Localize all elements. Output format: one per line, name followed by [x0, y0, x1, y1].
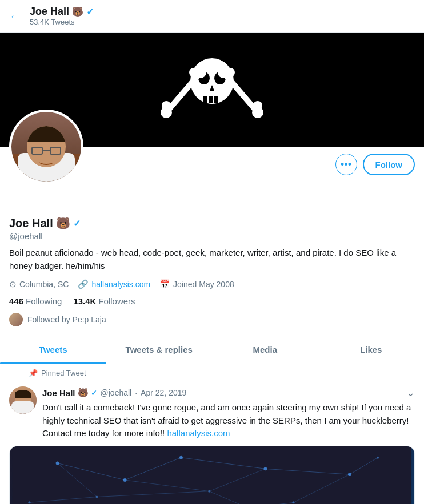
avatar — [9, 110, 83, 184]
top-bar-info: Joe Hall 🐻 ✓ 53.4K Tweets — [30, 6, 94, 26]
location-icon: ⊙ — [9, 279, 17, 289]
pinned-label: 📌 Pinned Tweet — [0, 364, 424, 380]
tweet-date: Apr 22, 2019 — [141, 388, 186, 397]
stats-row: 446 Following 13.4K Followers — [9, 296, 415, 306]
profile-info: Joe Hall 🐻 ✓ @joehall Boil peanut aficio… — [0, 182, 424, 326]
tweet-dropdown-button[interactable]: ⌄ — [406, 386, 415, 399]
svg-point-10 — [162, 101, 171, 110]
website-meta[interactable]: 🔗 hallanalysis.com — [78, 279, 150, 289]
verified-badge-icon: ✓ — [86, 6, 94, 17]
tweet-author-bear-emoji-icon: 🐻 — [78, 388, 89, 398]
link-icon: 🔗 — [78, 279, 89, 289]
followers-count: 13.4K — [73, 296, 96, 306]
bio-text: Boil peanut aficionado - web head, code-… — [9, 247, 415, 272]
top-bar-display-name: Joe Hall — [30, 6, 69, 18]
bear-emoji-icon: 🐻 — [72, 6, 83, 17]
tabs: Tweets Tweets & replies Media Likes — [0, 336, 424, 364]
more-options-button[interactable]: ••• — [335, 154, 357, 175]
tweet-card-network-svg — [10, 446, 414, 505]
tweet-handle: @joehall — [101, 388, 132, 397]
followers-label: Followers — [98, 296, 135, 306]
tweet-header: Joe Hall 🐻 ✓ @joehall · Apr 22, 2019 ⌄ D… — [9, 386, 415, 446]
top-bar-name: Joe Hall 🐻 ✓ — [30, 6, 94, 18]
tab-likes[interactable]: Likes — [318, 336, 425, 364]
pinned-tweet: Joe Hall 🐻 ✓ @joehall · Apr 22, 2019 ⌄ D… — [0, 380, 424, 504]
tweet-meta: Joe Hall 🐻 ✓ @joehall · Apr 22, 2019 ⌄ — [42, 386, 415, 399]
website-link[interactable]: hallanalysis.com — [91, 280, 150, 289]
top-bar-tweets-count: 53.4K Tweets — [30, 18, 94, 26]
joined-text: Joined May 2008 — [173, 280, 234, 289]
tweet-avatar[interactable] — [9, 386, 37, 414]
profile-bear-emoji-icon: 🐻 — [56, 216, 70, 230]
followed-by-text: Followed by Pe:p Laja — [27, 315, 106, 324]
tweet-author-name-text: Joe Hall — [42, 388, 75, 398]
followed-by-avatar — [9, 313, 23, 326]
profile-verified-badge-icon: ✓ — [73, 218, 81, 229]
svg-point-15 — [253, 101, 262, 110]
tab-media[interactable]: Media — [212, 336, 318, 364]
pin-icon: 📌 — [29, 369, 38, 377]
display-name: Joe Hall 🐻 ✓ — [9, 216, 415, 230]
tab-tweets[interactable]: Tweets — [0, 336, 106, 364]
tweet-card-image — [9, 446, 415, 505]
location-meta: ⊙ Columbia, SC — [9, 279, 69, 289]
tweet-dot: · — [135, 388, 137, 397]
location-text: Columbia, SC — [19, 280, 69, 289]
followed-by: Followed by Pe:p Laja — [9, 313, 415, 326]
tab-tweets-replies[interactable]: Tweets & replies — [106, 336, 213, 364]
svg-point-17 — [226, 68, 235, 77]
banner-skull-svg — [155, 44, 269, 135]
svg-rect-6 — [209, 96, 213, 103]
display-name-text: Joe Hall — [9, 217, 53, 230]
meta-info: ⊙ Columbia, SC 🔗 hallanalysis.com 📅 Join… — [9, 279, 415, 289]
username: @joehall — [9, 231, 415, 241]
pinned-label-text: Pinned Tweet — [41, 369, 86, 377]
follow-button[interactable]: Follow — [363, 154, 415, 175]
joined-meta: 📅 Joined May 2008 — [159, 279, 234, 289]
svg-point-12 — [189, 68, 198, 77]
tweet-author-name: Joe Hall 🐻 ✓ — [42, 388, 97, 398]
following-count: 446 — [9, 296, 23, 306]
tweet-text: Don't call it a comeback! I've gone rogu… — [42, 401, 415, 440]
back-button[interactable]: ← — [9, 10, 21, 23]
followers-stat[interactable]: 13.4K Followers — [73, 296, 135, 306]
profile-section: ••• Follow — [0, 147, 424, 182]
svg-rect-7 — [214, 96, 218, 103]
top-bar: ← Joe Hall 🐻 ✓ 53.4K Tweets — [0, 0, 424, 33]
following-label: Following — [26, 296, 62, 306]
calendar-icon: 📅 — [159, 279, 170, 289]
svg-rect-18 — [13, 446, 411, 505]
following-stat[interactable]: 446 Following — [9, 296, 62, 306]
svg-rect-5 — [203, 96, 207, 103]
tweet-content: Joe Hall 🐻 ✓ @joehall · Apr 22, 2019 ⌄ D… — [42, 386, 415, 446]
tweet-verified-badge-icon: ✓ — [91, 389, 97, 397]
tweet-link[interactable]: hallanalysis.com — [167, 428, 230, 438]
